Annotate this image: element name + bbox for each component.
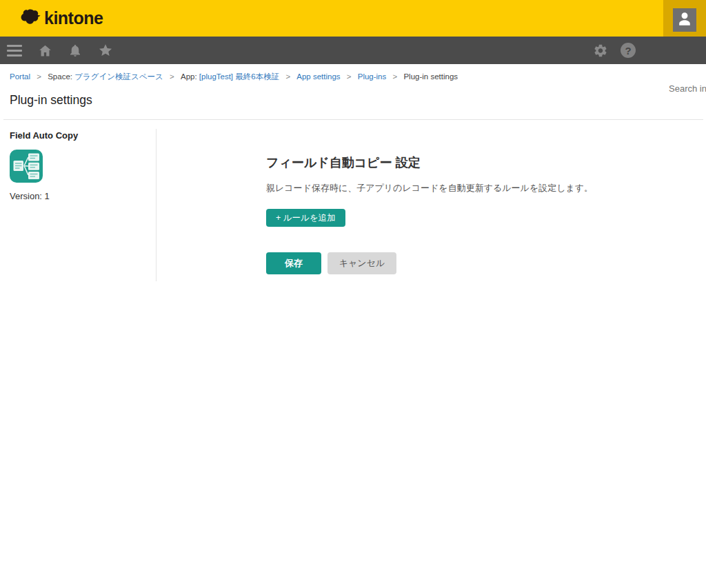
kintone-logo-text: kintone	[44, 8, 103, 28]
user-menu-button[interactable]	[663, 0, 706, 39]
kintone-app: kintone	[0, 0, 706, 588]
navbar-left-icons	[7, 37, 113, 64]
avatar	[673, 8, 696, 32]
breadcrumb-app-link[interactable]: [plugTest] 最終6本検証	[199, 72, 279, 81]
app-menu-icon[interactable]	[7, 43, 22, 58]
header-divider	[3, 119, 703, 120]
breadcrumb-space-link[interactable]: プラグイン検証スペース	[74, 72, 163, 81]
breadcrumb-current: Plug-in settings	[403, 72, 458, 81]
navbar-right-icons: ?	[593, 37, 636, 64]
settings-description: 親レコード保存時に、子アプリのレコードを自動更新するルールを設定します。	[266, 182, 680, 194]
global-navbar: ?	[0, 37, 706, 64]
page-title: Plug-in settings	[10, 93, 92, 108]
search-box	[663, 76, 706, 101]
brand-header: kintone	[0, 0, 706, 37]
plugin-settings-main: フィールド自動コピー 設定 親レコード保存時に、子アプリのレコードを自動更新する…	[266, 154, 680, 274]
help-icon[interactable]: ?	[621, 43, 636, 58]
user-avatar-icon	[676, 10, 694, 30]
favorites-star-icon[interactable]	[98, 43, 113, 58]
breadcrumb-app-settings[interactable]: App settings	[296, 72, 340, 81]
breadcrumb-separator: >	[285, 72, 290, 81]
action-buttons: 保存 キャンセル	[266, 252, 680, 274]
sidebar-divider	[156, 129, 157, 281]
add-rule-button[interactable]: + ルールを追加	[266, 209, 345, 227]
cancel-button[interactable]: キャンセル	[327, 252, 396, 274]
breadcrumb-separator: >	[347, 72, 352, 81]
kintone-cloud-icon	[21, 8, 41, 29]
settings-heading: フィールド自動コピー 設定	[266, 154, 680, 171]
save-button[interactable]: 保存	[266, 252, 321, 274]
search-input[interactable]	[669, 76, 706, 101]
breadcrumb-portal[interactable]: Portal	[10, 72, 30, 81]
help-glyph: ?	[625, 45, 631, 57]
home-icon[interactable]	[37, 43, 52, 58]
breadcrumb-plugins[interactable]: Plug-ins	[358, 72, 387, 81]
breadcrumb-separator: >	[392, 72, 397, 81]
notifications-bell-icon[interactable]	[68, 43, 83, 58]
breadcrumb-separator: >	[37, 72, 41, 81]
plugin-sidebar: Field Auto Copy Version: 1	[10, 129, 148, 201]
breadcrumb-space-prefix: Space:	[48, 72, 72, 81]
breadcrumb-app-prefix: App:	[181, 72, 197, 81]
settings-gear-icon[interactable]	[593, 43, 608, 58]
plugin-icon	[10, 150, 43, 183]
breadcrumb-separator: >	[170, 72, 174, 81]
breadcrumb: Portal > Space: プラグイン検証スペース > App: [plug…	[10, 72, 458, 82]
kintone-logo[interactable]: kintone	[21, 0, 103, 37]
plugin-name: Field Auto Copy	[10, 130, 148, 141]
plugin-version: Version: 1	[10, 191, 148, 201]
